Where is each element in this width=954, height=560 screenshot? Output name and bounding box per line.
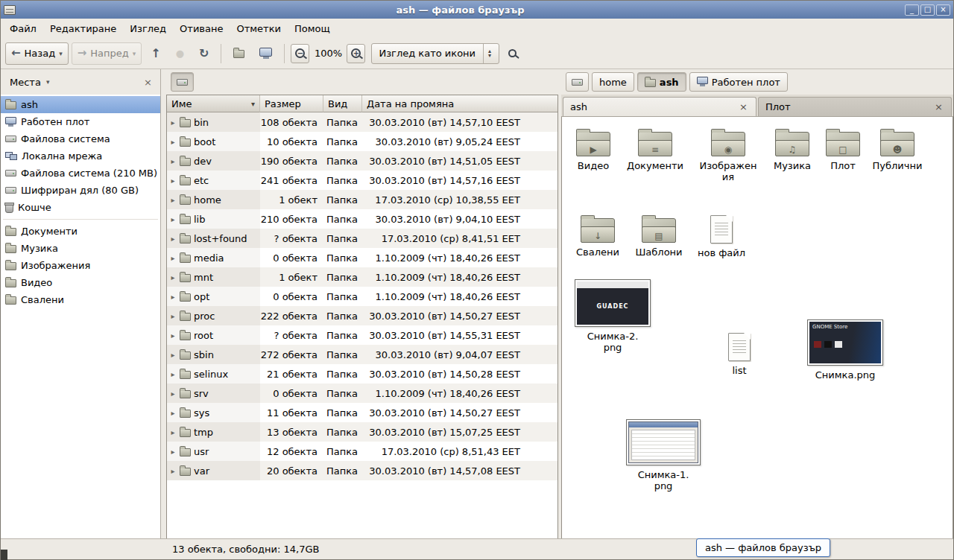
icon-view-item[interactable]: ▤Шаблони xyxy=(628,214,690,258)
table-row[interactable]: ▸home1 обектПапка17.03.2010 (ср) 10,38,5… xyxy=(167,190,557,209)
icon-view-item[interactable]: ☻Публични xyxy=(866,127,929,172)
sidebar-item[interactable]: ash xyxy=(1,96,160,113)
close-button[interactable]: × xyxy=(936,4,950,16)
breadcrumb-home-button[interactable]: home xyxy=(592,72,634,92)
table-row[interactable]: ▸dev190 обектаПапка30.03.2010 (вт) 14,51… xyxy=(167,151,557,171)
breadcrumb-root-button[interactable] xyxy=(566,72,589,92)
expander-icon[interactable]: ▸ xyxy=(169,138,177,146)
table-row[interactable]: ▸mnt1 обектПапка1.10.2009 (чт) 18,40,26 … xyxy=(167,267,557,287)
minimize-button[interactable]: _ xyxy=(905,4,919,16)
table-row[interactable]: ▸opt0 обектаПапка1.10.2009 (чт) 18,40,26… xyxy=(167,287,557,306)
search-button[interactable] xyxy=(502,42,522,65)
expander-icon[interactable]: ▸ xyxy=(169,118,177,127)
menubar-item[interactable]: Изглед xyxy=(123,20,173,37)
table-row[interactable]: ▸boot10 обектаПапка30.03.2010 (вт) 9,05,… xyxy=(167,132,557,151)
icon-view-item[interactable]: ↓Свалени xyxy=(566,214,629,258)
icon-view-item[interactable]: GNOME StoreСнимка.png xyxy=(805,319,885,381)
icon-view-item[interactable]: ≡Документи xyxy=(624,127,686,172)
back-button[interactable]: ← Назад ▾ xyxy=(5,42,69,65)
icon-view-item[interactable]: ▶Видео xyxy=(562,127,625,172)
reload-button[interactable]: ↻ xyxy=(193,42,215,65)
sidebar-item[interactable]: Файлова система xyxy=(1,130,160,147)
expander-icon[interactable]: ▸ xyxy=(169,389,177,398)
expander-icon[interactable]: ▸ xyxy=(169,254,177,262)
pane-splitter[interactable] xyxy=(161,69,166,538)
column-header[interactable]: Вид xyxy=(323,95,362,112)
back-history-dropdown-icon[interactable]: ▾ xyxy=(59,50,63,57)
menubar-item[interactable]: Редактиране xyxy=(43,20,123,37)
zoom-in-button[interactable]: + xyxy=(347,44,365,63)
sidebar-item[interactable]: Видео xyxy=(1,274,160,291)
icon-view-item[interactable]: ◉Изображения xyxy=(697,127,759,183)
sidebar-item[interactable]: Работен плот xyxy=(1,113,160,130)
table-row[interactable]: ▸sbin272 обектаПапка30.03.2010 (вт) 9,04… xyxy=(167,345,557,364)
icon-view-item[interactable]: Снимка-1.png xyxy=(623,419,704,492)
computer-button[interactable] xyxy=(253,42,278,65)
expander-icon[interactable]: ▸ xyxy=(169,331,177,340)
expander-icon[interactable]: ▸ xyxy=(169,293,177,301)
maximize-button[interactable]: □ xyxy=(920,4,935,16)
column-header[interactable]: Име▾ xyxy=(167,95,260,112)
icon-view-item[interactable]: □Плот xyxy=(812,127,874,172)
table-row[interactable]: ▸lost+found? обектаПапка17.03.2010 (ср) … xyxy=(167,229,557,248)
pathbar-root-button[interactable] xyxy=(171,72,194,92)
sidebar-item[interactable]: Локална мрежа xyxy=(1,147,160,165)
expander-icon[interactable]: ▸ xyxy=(169,409,177,417)
tab-close-icon[interactable]: × xyxy=(933,101,944,112)
view-mode-select[interactable]: Изглед като икони ▴ ▾ xyxy=(371,43,499,64)
menubar-item[interactable]: Помощ xyxy=(288,20,337,37)
sidebar-item[interactable]: Изображения xyxy=(1,257,160,274)
table-row[interactable]: ▸tmp13 обектаПапка30.03.2010 (вт) 15,07,… xyxy=(167,422,557,442)
home-button[interactable] xyxy=(227,42,250,65)
sidebar-item[interactable]: Файлова система (210 MB) xyxy=(1,165,160,182)
column-header[interactable]: Дата на промяна xyxy=(362,95,557,112)
expander-icon[interactable]: ▸ xyxy=(169,273,177,281)
icon-view-item[interactable]: нов файл xyxy=(690,214,753,259)
expander-icon[interactable]: ▸ xyxy=(169,157,177,165)
tab-close-icon[interactable]: × xyxy=(738,101,749,112)
table-row[interactable]: ▸selinux21 обектаПапка30.03.2010 (вт) 14… xyxy=(167,364,557,384)
table-row[interactable]: ▸etc241 обектаПапка30.03.2010 (вт) 14,57… xyxy=(167,171,557,190)
table-row[interactable]: ▸root? обектаПапка30.03.2010 (вт) 14,55,… xyxy=(167,325,557,345)
table-row[interactable]: ▸var20 обектаПапка30.03.2010 (вт) 14,57,… xyxy=(167,461,557,480)
icon-view[interactable]: ▶Видео≡Документи◉Изображения♫Музика□Плот… xyxy=(561,117,953,538)
icon-view-item[interactable]: list xyxy=(708,331,771,377)
expander-icon[interactable]: ▸ xyxy=(169,196,177,204)
table-row[interactable]: ▸lib210 обектаПапка30.03.2010 (вт) 9,04,… xyxy=(167,209,557,229)
menubar-item[interactable]: Отметки xyxy=(230,20,287,37)
expander-icon[interactable]: ▸ xyxy=(169,176,177,185)
table-row[interactable]: ▸media0 обектаПапка1.10.2009 (чт) 18,40,… xyxy=(167,248,557,267)
places-close-button[interactable]: × xyxy=(140,75,156,89)
sidebar-item[interactable]: Музика xyxy=(1,240,160,257)
table-row[interactable]: ▸srv0 обектаПапка1.10.2009 (чт) 18,40,26… xyxy=(167,384,557,403)
sidebar-item[interactable]: Кошче xyxy=(1,199,160,216)
stop-button[interactable]: ● xyxy=(170,42,190,65)
expander-icon[interactable]: ▸ xyxy=(169,448,177,456)
expander-icon[interactable]: ▸ xyxy=(169,370,177,378)
menubar-item[interactable]: Файл xyxy=(3,20,43,37)
expander-icon[interactable]: ▸ xyxy=(169,351,177,359)
sidebar-item[interactable]: Документи xyxy=(1,223,160,240)
tab[interactable]: Плот× xyxy=(758,97,952,116)
titlebar[interactable]: ash — файлов браузър _ □ × xyxy=(1,1,953,19)
sidebar-item[interactable]: Шифриран дял (80 GB) xyxy=(1,182,160,199)
forward-button[interactable]: → Напред ▾ xyxy=(72,42,142,65)
list-body[interactable]: ▸bin108 обектаПапка30.03.2010 (вт) 14,57… xyxy=(167,112,557,538)
tab[interactable]: ash× xyxy=(563,97,756,116)
table-row[interactable]: ▸proc222 обектаПапка30.03.2010 (вт) 14,5… xyxy=(167,306,557,325)
expander-icon[interactable]: ▸ xyxy=(169,215,177,223)
expander-icon[interactable]: ▸ xyxy=(169,467,177,475)
expander-icon[interactable]: ▸ xyxy=(169,235,177,243)
column-header[interactable]: Размер xyxy=(260,95,323,112)
table-row[interactable]: ▸usr12 обектаПапка17.03.2010 (ср) 8,51,4… xyxy=(167,442,557,461)
sidebar-item[interactable]: Свалени xyxy=(1,291,160,308)
table-row[interactable]: ▸bin108 обектаПапка30.03.2010 (вт) 14,57… xyxy=(167,112,557,132)
table-row[interactable]: ▸sys11 обектаПапка30.03.2010 (вт) 14,50,… xyxy=(167,403,557,422)
icon-view-item[interactable]: GUADECСнимка-2.png xyxy=(572,279,653,354)
breadcrumb-ash-button[interactable]: ash xyxy=(637,72,686,92)
up-button[interactable]: ↑ xyxy=(145,42,166,65)
breadcrumb-desktop-button[interactable]: Работен плот xyxy=(689,72,788,92)
places-selector[interactable]: Места ▾ xyxy=(5,74,54,90)
menubar-item[interactable]: Отиване xyxy=(173,20,230,37)
expander-icon[interactable]: ▸ xyxy=(169,428,177,436)
